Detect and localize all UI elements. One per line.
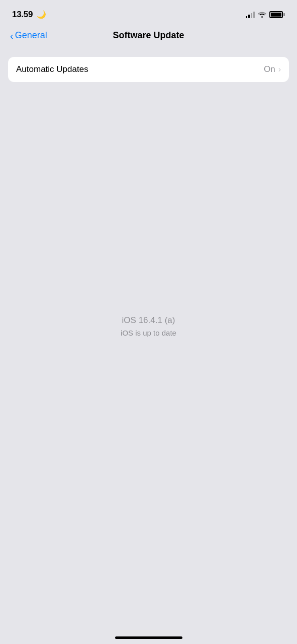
content-area: Automatic Updates On › — [0, 47, 297, 82]
status-time: 13.59 — [12, 10, 33, 20]
signal-icon — [246, 11, 255, 18]
ios-info-center: iOS 16.4.1 (a) iOS is up to date — [121, 315, 176, 337]
battery-icon — [269, 11, 285, 18]
wifi-icon — [258, 11, 266, 18]
automatic-updates-label: Automatic Updates — [16, 64, 88, 74]
ios-status-label: iOS is up to date — [121, 329, 176, 337]
status-bar: 13.59 🌙 — [0, 0, 297, 26]
page-title: Software Update — [113, 30, 184, 41]
automatic-updates-section: Automatic Updates On › — [8, 57, 289, 82]
nav-bar: ‹ General Software Update — [0, 26, 297, 47]
back-button[interactable]: ‹ General — [10, 30, 47, 41]
ios-version-label: iOS 16.4.1 (a) — [121, 315, 176, 326]
automatic-updates-right: On › — [264, 64, 281, 74]
automatic-updates-value: On — [264, 64, 275, 74]
home-indicator — [115, 636, 182, 639]
back-chevron-icon: ‹ — [10, 31, 14, 41]
automatic-updates-row[interactable]: Automatic Updates On › — [8, 57, 289, 82]
status-icons — [246, 11, 285, 18]
chevron-right-icon: › — [278, 65, 281, 74]
back-label: General — [15, 30, 47, 41]
moon-icon: 🌙 — [37, 10, 46, 19]
